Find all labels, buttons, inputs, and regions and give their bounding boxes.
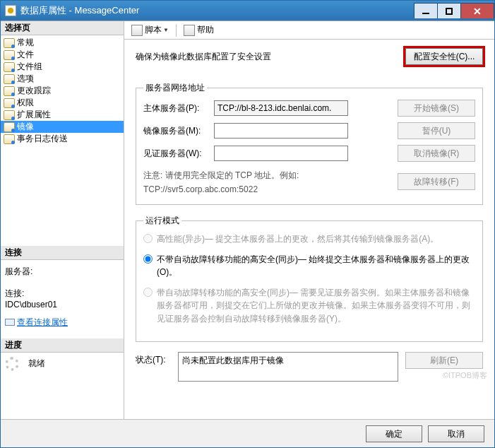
progress-block: 就绪: [1, 353, 124, 375]
titlebar[interactable]: 数据库属性 - MessageCenter ✕: [1, 1, 494, 20]
page-label: 扩展属性: [17, 109, 51, 121]
configure-security-button[interactable]: 配置安全性(C)...: [405, 48, 483, 65]
page-item-options[interactable]: 选项: [1, 73, 124, 85]
cancel-button[interactable]: 取消: [428, 425, 484, 442]
page-item-permissions[interactable]: 权限: [1, 97, 124, 109]
note-line1: 注意: 请使用完全限定的 TCP 地址。例如:: [143, 169, 398, 182]
page-icon: [4, 50, 15, 60]
bottom-button-bar: 确定 取消: [1, 419, 494, 447]
principal-input[interactable]: [214, 100, 348, 116]
main-panel: 确保为镜像此数据库配置了安全设置 配置安全性(C)... 服务器网络地址 主体服…: [124, 40, 494, 419]
view-connection-link[interactable]: 查看连接属性: [5, 317, 119, 329]
operating-mode-group: 运行模式 高性能(异步)— 提交主体服务器上的更改，然后将其传输到镜像服务器(A…: [136, 215, 483, 342]
status-value: 尚未配置此数据库用于镜像: [182, 355, 284, 365]
page-icon: [4, 134, 15, 144]
page-item-general[interactable]: 常规: [1, 37, 124, 49]
page-label: 文件组: [17, 61, 42, 73]
toolbar: 脚本▼ 帮助: [124, 21, 494, 40]
separator: [176, 24, 177, 37]
dropdown-arrow-icon: ▼: [163, 27, 169, 33]
mode-high-performance-radio: [143, 234, 153, 243]
pause-button: 暂停(U): [398, 122, 475, 139]
status-label: 状态(T):: [136, 352, 178, 366]
minimize-button[interactable]: [414, 3, 438, 18]
view-connection-label: 查看连接属性: [17, 317, 68, 329]
progress-status: 就绪: [21, 358, 45, 370]
remove-mirroring-button: 取消镜像(R): [398, 145, 475, 162]
connection-header: 连接: [1, 246, 124, 260]
server-label: 服务器:: [5, 263, 119, 278]
refresh-button: 刷新(E): [405, 352, 483, 369]
help-icon: [184, 25, 195, 36]
page-label: 选项: [17, 73, 34, 85]
connection-block: 服务器: 连接: IDC\dbuser01 查看连接属性: [1, 260, 124, 331]
page-item-files[interactable]: 文件: [1, 49, 124, 61]
page-icon: [4, 98, 15, 108]
mode-high-safety-auto-failover: 带自动故障转移功能的高安全(同步)— 需要见证服务器实例。如果主体服务器和镜像服…: [143, 286, 475, 326]
ok-button[interactable]: 确定: [366, 425, 422, 442]
operating-mode-legend: 运行模式: [143, 215, 181, 227]
mode-high-safety-no-failover-radio[interactable]: [143, 254, 153, 264]
mirror-label: 镜像服务器(M):: [143, 125, 214, 137]
page-tree: 常规 文件 文件组 选项 更改跟踪 权限 扩展属性 镜像 事务日志传送: [1, 35, 124, 146]
witness-input[interactable]: [214, 146, 348, 161]
page-item-changetracking[interactable]: 更改跟踪: [1, 85, 124, 97]
server-network-address-group: 服务器网络地址 主体服务器(P): 开始镜像(S) 镜像服务器(M): 暂停(U…: [136, 82, 483, 205]
mode-high-safety-auto-failover-label: 带自动故障转移功能的高安全(同步)— 需要见证服务器实例。如果主体服务器和镜像服…: [157, 286, 475, 326]
conn-value: IDC\dbuser01: [5, 300, 119, 310]
select-page-header: 选择页: [1, 21, 124, 35]
link-icon: [5, 319, 15, 326]
page-label: 常规: [17, 37, 34, 49]
principal-label: 主体服务器(P):: [143, 102, 214, 114]
mode-high-safety-auto-failover-radio: [143, 288, 153, 297]
maximize-button[interactable]: [437, 3, 461, 18]
page-icon: [4, 110, 15, 120]
ensure-security-text: 确保为镜像此数据库配置了安全设置: [136, 51, 405, 63]
page-icon: [4, 62, 15, 72]
page-icon: [4, 38, 15, 48]
page-label: 镜像: [17, 121, 34, 133]
sidebar: 选择页 常规 文件 文件组 选项 更改跟踪 权限 扩展属性 镜像 事务日志传送 …: [1, 21, 124, 419]
page-label: 文件: [17, 49, 34, 61]
witness-label: 见证服务器(W):: [143, 148, 214, 160]
mode-high-safety-no-failover[interactable]: 不带自动故障转移功能的高安全(同步)— 始终提交主体服务器和镜像服务器上的更改(…: [143, 253, 475, 279]
spinner-icon: [5, 357, 19, 371]
mode-high-safety-no-failover-label: 不带自动故障转移功能的高安全(同步)— 始终提交主体服务器和镜像服务器上的更改(…: [157, 253, 475, 279]
page-item-mirroring[interactable]: 镜像: [1, 121, 124, 133]
page-label: 权限: [17, 97, 34, 109]
progress-header: 进度: [1, 338, 124, 353]
app-icon: [5, 5, 16, 16]
page-icon: [4, 86, 15, 96]
help-button[interactable]: 帮助: [181, 23, 217, 37]
dialog-window: 数据库属性 - MessageCenter ✕ 选择页 常规 文件 文件组 选项…: [0, 0, 495, 448]
status-row: 状态(T): 尚未配置此数据库用于镜像 刷新(E): [136, 352, 483, 382]
failover-button: 故障转移(F): [398, 173, 475, 190]
script-icon: [131, 25, 143, 36]
server-network-address-legend: 服务器网络地址: [143, 82, 207, 94]
page-item-extendedprops[interactable]: 扩展属性: [1, 109, 124, 121]
close-button[interactable]: ✕: [460, 3, 494, 18]
content: 脚本▼ 帮助 确保为镜像此数据库配置了安全设置 配置安全性(C)... 服务器网…: [124, 21, 494, 419]
mode-high-performance-label: 高性能(异步)— 提交主体服务器上的更改，然后将其传输到镜像服务器(A)。: [157, 232, 439, 246]
page-label: 更改跟踪: [17, 85, 51, 97]
page-icon: [4, 122, 15, 132]
page-item-logshipping[interactable]: 事务日志传送: [1, 133, 124, 145]
window-title: 数据库属性 - MessageCenter: [20, 4, 139, 17]
page-icon: [4, 74, 15, 84]
page-label: 事务日志传送: [17, 133, 68, 145]
conn-label: 连接:: [5, 285, 119, 300]
mirror-input[interactable]: [214, 123, 348, 138]
mode-high-performance: 高性能(异步)— 提交主体服务器上的更改，然后将其传输到镜像服务器(A)。: [143, 232, 475, 246]
start-mirroring-button: 开始镜像(S): [398, 100, 475, 117]
script-button[interactable]: 脚本▼: [129, 23, 172, 37]
status-box: 尚未配置此数据库用于镜像: [178, 352, 398, 382]
page-item-filegroups[interactable]: 文件组: [1, 61, 124, 73]
note-line2: TCP://svr5.corp.abc.com:5022: [143, 183, 398, 196]
script-label: 脚本: [145, 24, 162, 36]
help-label: 帮助: [197, 24, 214, 36]
